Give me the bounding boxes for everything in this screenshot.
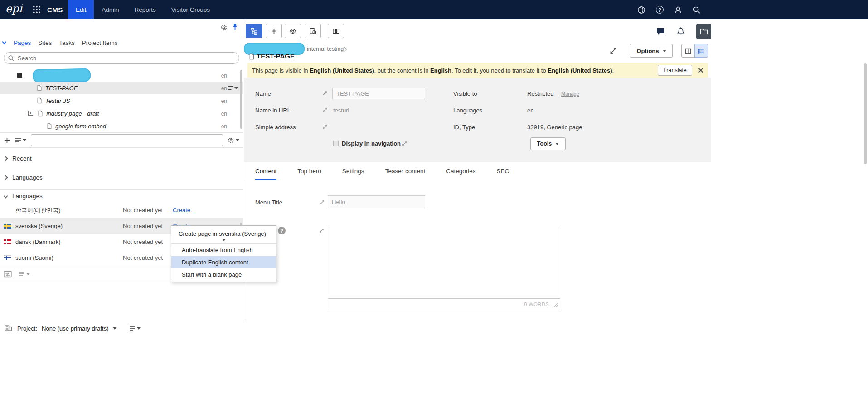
assets-panel-toggle-button[interactable] xyxy=(696,24,711,39)
project-menu-icon[interactable] xyxy=(129,326,141,331)
rich-text-editor[interactable] xyxy=(328,225,561,297)
options-label: Options xyxy=(636,48,659,54)
notifications-bell-icon[interactable] xyxy=(676,26,685,37)
nav-tab-edit[interactable]: Edit xyxy=(68,0,94,19)
resize-grip-icon[interactable] xyxy=(553,302,558,308)
visible-to-value: Restricted xyxy=(527,90,554,97)
transfer-icon[interactable] xyxy=(4,271,12,278)
language-status: Not created yet xyxy=(123,239,173,245)
left-panel-text-input[interactable] xyxy=(31,134,223,146)
tree-row-test-page[interactable]: TEST-PAGE en xyxy=(0,82,243,94)
list-menu-icon[interactable] xyxy=(19,271,30,277)
tab-top-hero[interactable]: Top hero xyxy=(297,168,321,180)
notice-segment: This page is visible in xyxy=(252,67,310,74)
tab-tasks[interactable]: Tasks xyxy=(59,39,75,46)
tree-row-label: Industry page - draft xyxy=(46,110,99,117)
section-label: Recent xyxy=(12,155,32,162)
caret-down-icon xyxy=(137,327,141,330)
panel-settings-gear-icon[interactable] xyxy=(220,24,228,33)
row-context-menu-icon[interactable] xyxy=(228,85,238,91)
project-selector-link[interactable]: None (use primary drafts) xyxy=(42,325,108,332)
display-in-navigation-label: Display in navigation xyxy=(342,140,401,147)
globe-icon[interactable] xyxy=(637,6,645,14)
language-row-korean[interactable]: 한국어(대한민국) Not created yet Create xyxy=(0,202,243,218)
feedback-chat-icon[interactable] xyxy=(656,27,665,37)
list-menu-icon[interactable] xyxy=(15,137,26,143)
search-icon[interactable] xyxy=(693,6,701,14)
caret-down-icon xyxy=(23,139,26,141)
language-status: Not created yet xyxy=(123,223,173,229)
culture-specific-icon[interactable] xyxy=(322,107,328,114)
tab-seo[interactable]: SEO xyxy=(496,168,509,180)
culture-specific-icon[interactable] xyxy=(322,124,328,131)
preview-zoom-button[interactable] xyxy=(305,24,321,38)
section-languages-collapsed[interactable]: Languages xyxy=(0,170,243,184)
breadcrumb[interactable]: internal testing xyxy=(307,46,344,52)
tree-row-google-form-embed[interactable]: google form embed en xyxy=(0,120,243,132)
help-icon[interactable]: ? xyxy=(656,6,664,14)
tree-row-testar-js[interactable]: Testar JS en xyxy=(0,94,243,107)
tree-scrollbar[interactable] xyxy=(240,70,242,129)
tools-button[interactable]: Tools xyxy=(530,137,566,150)
section-languages-expanded[interactable]: Languages xyxy=(0,189,243,202)
culture-specific-icon[interactable] xyxy=(319,200,325,207)
page-tree-toggle-button[interactable] xyxy=(246,24,262,38)
notice-segment: , but the content is in xyxy=(374,67,430,74)
app-root: epi CMS Edit Admin Reports Visitor Group… xyxy=(0,0,868,409)
collapse-panel-chevron-icon[interactable] xyxy=(2,40,7,44)
app-switcher-icon[interactable] xyxy=(33,5,41,15)
tab-content[interactable]: Content xyxy=(255,168,276,180)
tree-row-label: google form embed xyxy=(55,123,106,130)
help-glyph: ? xyxy=(656,6,664,14)
tab-project-items[interactable]: Project Items xyxy=(82,39,118,46)
culture-specific-icon[interactable] xyxy=(402,141,407,148)
form-view-toggle-button[interactable] xyxy=(681,44,695,58)
translate-button[interactable]: Translate xyxy=(658,65,692,76)
tab-teaser-content[interactable]: Teaser content xyxy=(385,168,426,180)
user-icon[interactable] xyxy=(674,6,682,14)
collapse-node-icon[interactable]: − xyxy=(17,73,22,78)
menu-item-blank-page[interactable]: Start with a blank page xyxy=(171,268,276,281)
page-tree: − en TEST-PAGE en Testar JS xyxy=(0,69,243,132)
culture-specific-icon[interactable] xyxy=(319,228,325,235)
epi-logo[interactable]: epi xyxy=(5,2,22,15)
menu-item-auto-translate[interactable]: Auto-translate from English xyxy=(171,244,276,256)
tab-settings[interactable]: Settings xyxy=(342,168,364,180)
create-language-link[interactable]: Create xyxy=(173,207,190,214)
pin-panel-icon[interactable] xyxy=(231,23,239,32)
compare-versions-button[interactable] xyxy=(328,24,344,38)
tab-categories[interactable]: Categories xyxy=(446,168,475,180)
options-button[interactable]: Options xyxy=(630,44,673,58)
manage-access-link[interactable]: Manage xyxy=(561,91,579,97)
tree-row-industry-page[interactable]: + Industry page - draft en xyxy=(0,107,243,120)
menu-item-duplicate-content[interactable]: Duplicate English content xyxy=(171,256,276,268)
nav-tab-admin[interactable]: Admin xyxy=(94,0,126,19)
tree-row-root[interactable]: − en xyxy=(0,69,243,82)
fullscreen-arrows-icon[interactable] xyxy=(609,47,617,56)
search-input[interactable] xyxy=(4,52,239,64)
tree-row-language: en xyxy=(221,85,227,92)
add-item-icon[interactable] xyxy=(4,137,10,144)
nav-tab-reports[interactable]: Reports xyxy=(127,0,164,19)
finland-flag-icon xyxy=(4,255,11,260)
main-scrollbar[interactable] xyxy=(864,63,867,164)
all-properties-view-toggle-button[interactable] xyxy=(694,44,708,58)
tab-pages[interactable]: Pages xyxy=(14,39,31,46)
visible-to-label: Visible to xyxy=(453,90,477,97)
preview-button[interactable] xyxy=(285,24,301,38)
name-input[interactable] xyxy=(332,88,425,99)
help-icon[interactable]: ? xyxy=(278,227,286,234)
section-label: Languages xyxy=(12,174,43,181)
languages-value: en xyxy=(527,107,533,114)
new-page-button[interactable] xyxy=(266,24,282,38)
display-in-navigation-checkbox[interactable] xyxy=(333,141,339,146)
close-banner-icon[interactable] xyxy=(698,68,703,73)
section-recent[interactable]: Recent xyxy=(0,151,243,165)
settings-gear-icon[interactable] xyxy=(228,137,239,144)
menu-title-input[interactable] xyxy=(328,195,425,208)
nav-tab-visitor-groups[interactable]: Visitor Groups xyxy=(164,0,218,19)
id-type-label: ID, Type xyxy=(453,124,475,131)
culture-specific-icon[interactable] xyxy=(322,90,328,97)
expand-node-icon[interactable]: + xyxy=(28,111,33,116)
tab-sites[interactable]: Sites xyxy=(38,39,52,46)
